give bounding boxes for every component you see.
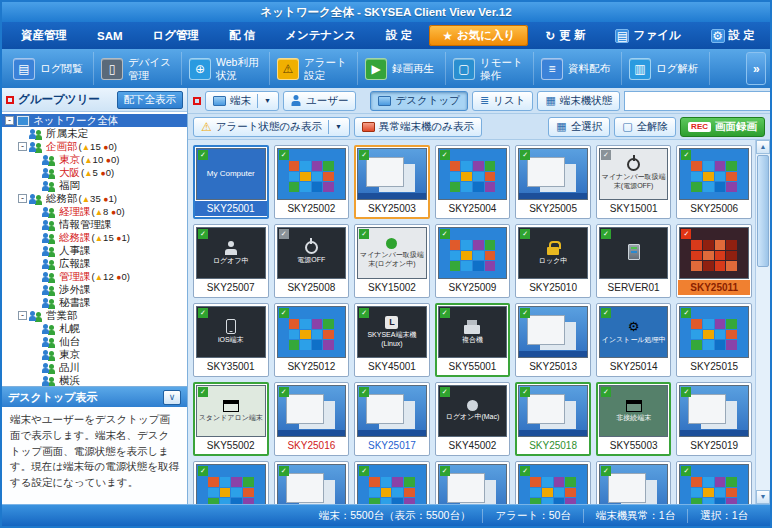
- group-icon: [42, 206, 56, 218]
- tree-expander[interactable]: -: [5, 116, 14, 125]
- tree-item[interactable]: -総務部(▲35 ●1): [2, 192, 187, 205]
- screen-record-button[interactable]: REC 画面録画: [680, 117, 765, 137]
- terminal-tile[interactable]: ✓: [274, 461, 350, 504]
- terminal-tile[interactable]: ✓SKY25016: [274, 382, 350, 456]
- terminal-tile[interactable]: ✓電源OFFSKY25008: [274, 224, 350, 298]
- terminal-tile[interactable]: ✓SKY25013: [515, 303, 591, 377]
- tree-item[interactable]: 仙台: [2, 335, 187, 348]
- terminal-tile[interactable]: ✓SKY25003: [354, 145, 430, 219]
- view-desktop-button[interactable]: デスクトップ: [370, 91, 467, 111]
- toolbar-web-usage-button[interactable]: ⊕Web利用状況: [182, 52, 270, 85]
- toolbar-remote-control-button[interactable]: ▢リモート操作: [446, 52, 534, 85]
- terminal-tile[interactable]: ✓SKY25018: [515, 382, 591, 456]
- terminal-tile[interactable]: ✓SKY25002: [274, 145, 350, 219]
- toolbar-log-analysis-button[interactable]: ▥ログ解析: [622, 52, 710, 85]
- tree-expander[interactable]: -: [18, 194, 27, 203]
- menu-tab-favorites[interactable]: ★お気に入り: [429, 25, 528, 46]
- menu-tab-settings[interactable]: 設 定: [373, 25, 425, 46]
- terminal-tile[interactable]: ✓: [676, 461, 752, 504]
- tree-item[interactable]: -企画部(▲15 ●0): [2, 140, 187, 153]
- menu-tab-assets[interactable]: 資産管理: [8, 25, 80, 46]
- tree-item[interactable]: 東京: [2, 348, 187, 361]
- terminal-tile[interactable]: ✓非接続端末SKY55003: [596, 382, 672, 456]
- vertical-scrollbar[interactable]: ▲ ▼: [755, 140, 770, 504]
- terminal-tile[interactable]: ✓SKY25005: [515, 145, 591, 219]
- tree-item[interactable]: 札幌: [2, 322, 187, 335]
- tree-item[interactable]: 福岡: [2, 179, 187, 192]
- terminal-tile[interactable]: ✓ロック中SKY25010: [515, 224, 591, 298]
- terminal-tile[interactable]: ✓: [193, 461, 269, 504]
- toolbar-alert-settings-button[interactable]: ⚠アラート設定: [270, 52, 358, 85]
- terminal-tile[interactable]: ✓SERVER01: [596, 224, 672, 298]
- menu-tab-sam[interactable]: SAM: [84, 25, 136, 46]
- terminal-tile[interactable]: ✓ログオン中(Mac)SKY45002: [435, 382, 511, 456]
- menu-tab-file[interactable]: ▤ファイル: [602, 25, 693, 46]
- terminal-screen-thumbnail: ✓: [277, 148, 347, 200]
- terminal-tile[interactable]: ✓SKY25011: [676, 224, 752, 298]
- scroll-down-button[interactable]: ▼: [756, 490, 770, 504]
- terminal-tile[interactable]: ✓: [354, 461, 430, 504]
- terminal-tile[interactable]: ✓My ComputerSKY25001: [193, 145, 269, 219]
- search-input[interactable]: [624, 91, 772, 111]
- tree-item[interactable]: 横浜: [2, 374, 187, 386]
- tree-item[interactable]: 総務課(▲15 ●1): [2, 231, 187, 244]
- terminal-tile[interactable]: ✓マイナンバー取扱端末(電源OFF)SKY15001: [596, 145, 672, 219]
- device-icon: ▯: [101, 58, 123, 80]
- view-list-button[interactable]: ≣ リスト: [472, 91, 533, 111]
- tree-item[interactable]: -ネットワーク全体: [2, 114, 187, 127]
- terminal-tile[interactable]: ✓: [435, 461, 511, 504]
- terminal-tile[interactable]: ✓SKY25006: [676, 145, 752, 219]
- tree-item[interactable]: 管理課(▲12 ●0): [2, 270, 187, 283]
- menu-tab-maintenance[interactable]: メンテナンス: [272, 25, 369, 46]
- tree-item[interactable]: -営業部: [2, 309, 187, 322]
- abnormal-only-button[interactable]: 異常端末機のみ表示: [354, 117, 482, 137]
- toolbar-material-distribution-button[interactable]: ≡資料配布: [534, 52, 622, 85]
- select-all-button[interactable]: ▦ 全選択: [548, 117, 610, 137]
- collapse-button[interactable]: ∨: [163, 390, 181, 405]
- terminal-screen-thumbnail: ✓My Computer: [196, 148, 266, 200]
- menu-tab-refresh[interactable]: ↻更 新: [532, 25, 598, 46]
- user-filter-button[interactable]: ユーザー: [283, 91, 357, 111]
- expand-all-button[interactable]: 配下全表示: [117, 91, 184, 109]
- terminal-tile[interactable]: ✓: [515, 461, 591, 504]
- toolbar-expand-button[interactable]: »: [746, 52, 766, 85]
- tree-expander[interactable]: -: [18, 142, 27, 151]
- terminal-tile[interactable]: ✓マイナンバー取扱端末(ログオン中)SKY15002: [354, 224, 430, 298]
- terminal-tile[interactable]: ✓SKY25017: [354, 382, 430, 456]
- terminal-tile[interactable]: ✓SKY25009: [435, 224, 511, 298]
- menu-tab-delivery[interactable]: 配 信: [216, 25, 268, 46]
- toolbar-log-view-button[interactable]: ▤ログ閲覧: [6, 52, 94, 85]
- terminal-tile[interactable]: ✓LSKYSEA端末機(Linux)SKY45001: [354, 303, 430, 377]
- terminal-tile[interactable]: ✓スタンドアロン端末SKY55002: [193, 382, 269, 456]
- terminal-filter-button[interactable]: 端末 ▼: [205, 91, 279, 111]
- terminal-tile[interactable]: ✓ログオフ中SKY25007: [193, 224, 269, 298]
- terminal-tile[interactable]: ✓複合機SKY55001: [435, 303, 511, 377]
- toolbar-record-playback-button[interactable]: ▶録画再生: [358, 52, 446, 85]
- tree-item[interactable]: 広報課: [2, 257, 187, 270]
- scroll-up-button[interactable]: ▲: [756, 140, 770, 154]
- terminal-tile[interactable]: ✓SKY25012: [274, 303, 350, 377]
- tree-item[interactable]: 渉外課: [2, 283, 187, 296]
- terminal-tile[interactable]: ✓iOS端末SKY35001: [193, 303, 269, 377]
- tree-item[interactable]: 東京(▲10 ●0): [2, 153, 187, 166]
- terminal-status-button[interactable]: ▦ 端末機状態: [537, 91, 620, 111]
- terminal-tile[interactable]: ✓⚙インストール処理中SKY25014: [596, 303, 672, 377]
- terminal-tile[interactable]: ✓: [596, 461, 672, 504]
- tree-item[interactable]: 秘書課: [2, 296, 187, 309]
- tree-expander[interactable]: -: [18, 311, 27, 320]
- terminal-tile[interactable]: ✓SKY25019: [676, 382, 752, 456]
- toolbar-device-management-button[interactable]: ▯デバイス管理: [94, 52, 182, 85]
- terminal-tile[interactable]: ✓SKY25015: [676, 303, 752, 377]
- tree-item[interactable]: 品川: [2, 361, 187, 374]
- terminal-tile[interactable]: ✓SKY25004: [435, 145, 511, 219]
- tree-item[interactable]: 所属未定: [2, 127, 187, 140]
- tree-item[interactable]: 情報管理課: [2, 218, 187, 231]
- menu-tab-log[interactable]: ログ管理: [140, 25, 213, 46]
- menu-tab-config[interactable]: ⚙設 定: [698, 25, 768, 46]
- scrollbar-thumb[interactable]: [757, 155, 769, 267]
- tree-item[interactable]: 人事課: [2, 244, 187, 257]
- tree-item[interactable]: 大阪(▲5 ●0): [2, 166, 187, 179]
- alert-only-button[interactable]: ⚠ アラート状態のみ表示 ▼: [193, 117, 350, 137]
- tree-item[interactable]: 経理課(▲8 ●0): [2, 205, 187, 218]
- deselect-all-button[interactable]: ▢ 全解除: [614, 117, 676, 137]
